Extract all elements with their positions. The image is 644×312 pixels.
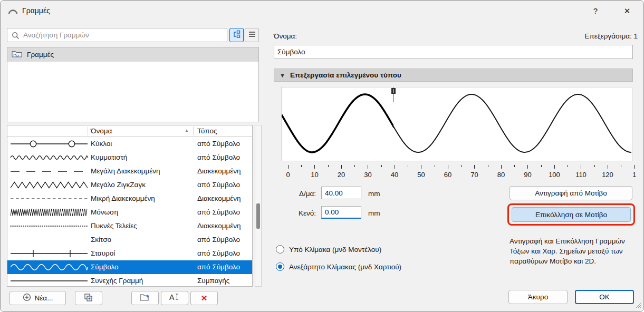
radio-scale-independent[interactable]: Ανεξάρτητο Κλίμακας (μνδ Χαρτιού) (276, 262, 401, 271)
line-name: Σκίτσο (91, 236, 111, 243)
column-header-name[interactable]: Όνομα (91, 127, 112, 135)
table-row[interactable]: Συνεχής ΓραμμήΣυμπαγής (7, 274, 252, 287)
line-name: Σύμβολο (91, 263, 119, 271)
table-row[interactable]: Πυκνές ΤελείεςΔιακεκομμένη (7, 219, 252, 233)
line-style-preview (9, 180, 89, 192)
lines-folder-icon (12, 50, 22, 60)
line-type: από Σύμβολο (197, 263, 240, 271)
delete-x-icon: ✕ (201, 294, 208, 303)
line-style-preview (9, 235, 89, 247)
line-style-preview (9, 193, 89, 206)
table-row[interactable]: Μόνωσηαπό Σύμβολο (7, 206, 252, 219)
line-style-preview (9, 262, 89, 274)
line-type: από Σύμβολο (197, 249, 240, 257)
line-preview-canvas[interactable] (281, 87, 632, 161)
table-row[interactable]: Κυμματιστήαπό Σύμβολο (7, 151, 252, 164)
paste-to-pattern-button[interactable]: Επικόλληση σε Μοτίβο (512, 207, 631, 222)
new-line-label: Νέα... (35, 294, 53, 302)
segment-handle[interactable] (389, 87, 398, 105)
duplicate-icon (84, 293, 93, 304)
dash-length-input[interactable] (321, 187, 361, 199)
search-icon (12, 32, 20, 41)
new-line-button[interactable]: Νέα... (9, 291, 66, 305)
delete-button[interactable]: ✕ (190, 291, 218, 305)
radio-circle-icon (276, 245, 284, 253)
search-box (7, 28, 227, 42)
dash-length-label: Δ/μα: (283, 190, 316, 198)
line-name: Μεγάλη Διακεκομμένη (91, 167, 160, 175)
line-name: Κυμματιστή (91, 153, 127, 161)
line-style-preview (9, 152, 89, 164)
name-input[interactable] (274, 45, 633, 59)
line-type: από Σύμβολο (197, 181, 240, 189)
line-type: Συμπαγής (197, 277, 229, 285)
line-name: Μικρή Διακεκομμένη (91, 194, 155, 202)
ok-button[interactable]: OK (575, 290, 634, 304)
resize-grip[interactable] (636, 302, 642, 310)
line-type: από Σύμβολο (197, 140, 240, 148)
table-row[interactable]: Σταυροίαπό Σύμβολο (7, 247, 252, 260)
folder-plus-icon (140, 293, 150, 303)
radio-circle-icon (276, 262, 284, 271)
line-type: από Σύμβολο (197, 236, 240, 243)
line-style-preview (9, 221, 89, 233)
line-type: από Σύμβολο (197, 208, 240, 216)
table-row[interactable]: Σκίτσοαπό Σύμβολο (7, 233, 252, 247)
symbol-wave-drawing (282, 87, 632, 161)
cancel-button[interactable]: Άκυρο (508, 290, 568, 304)
name-label: Όνομα: (274, 32, 297, 40)
line-type: από Σύμβολο (197, 153, 240, 161)
lines-dialog: Γραμμές ? ✕ Γραμμές Όνομα ▲ Τύπος (0, 0, 644, 312)
duplicate-button[interactable] (75, 291, 102, 305)
scrollbar-thumb[interactable] (256, 203, 260, 229)
line-name: Πυκνές Τελείες (91, 222, 137, 230)
collapse-caret-icon: ▼ (280, 72, 285, 79)
list-view-icon (248, 30, 256, 40)
table-row[interactable]: Μικρή ΔιακεκομμένηΔιακεκομμένη (7, 192, 252, 206)
line-style-preview (9, 166, 89, 178)
line-style-preview (9, 248, 89, 260)
folder-tree: Γραμμές (7, 47, 259, 122)
table-row[interactable]: Σύμβολοαπό Σύμβολο (7, 260, 252, 274)
copy-from-pattern-button[interactable]: Αντιγραφή από Μοτίβο (510, 186, 632, 200)
gap-input[interactable] (321, 206, 361, 219)
new-folder-button[interactable] (131, 291, 159, 305)
search-input[interactable] (7, 28, 227, 42)
section-title: Επεξεργασία επιλεγμένου τύπου (290, 71, 401, 79)
gap-unit: mm (368, 209, 380, 217)
line-name: Συνεχής Γραμμή (91, 277, 143, 285)
rename-button[interactable]: A (161, 291, 188, 305)
line-type: Διακεκομμένη (197, 167, 241, 175)
line-style-preview (9, 276, 89, 287)
sort-ascending-icon: ▲ (185, 128, 189, 133)
help-button[interactable]: ? (585, 4, 606, 18)
table-row[interactable]: Μεγάλο ΖιγκΖαγκαπό Σύμβολο (7, 178, 252, 192)
column-divider (88, 126, 88, 135)
close-button[interactable]: ✕ (617, 4, 638, 18)
add-circle-icon (23, 293, 31, 303)
column-header-type[interactable]: Τύπος (197, 127, 217, 135)
tree-item-label: Γραμμές (27, 51, 54, 58)
svg-text:A: A (169, 293, 175, 301)
table-scrollbar[interactable] (255, 125, 262, 287)
tree-view-toggle[interactable] (229, 28, 244, 42)
editable-count: Επεξεργάσιμα: 1 (506, 32, 638, 40)
line-name: Μεγάλο ΖιγκΖαγκ (91, 181, 146, 189)
line-style-preview (9, 139, 89, 151)
line-name: Μόνωση (91, 208, 118, 216)
line-type: Διακεκομμένη (197, 222, 241, 230)
table-row[interactable]: Μεγάλη ΔιακεκομμένηΔιακεκομμένη (7, 164, 252, 178)
table-row[interactable]: Κύκλοιαπό Σύμβολο (7, 137, 252, 151)
section-edit-selected-type[interactable]: ▼ Επεξεργασία επιλεγμένου τύπου (274, 69, 633, 82)
table-header: Όνομα ▲ Τύπος (7, 125, 252, 137)
gap-label: Κενό: (283, 209, 316, 217)
line-style-preview (9, 207, 89, 219)
tree-view-icon (233, 30, 241, 40)
tree-item-lines[interactable]: Γραμμές (7, 47, 258, 62)
ruler: 01020304050607080901001101201 (281, 165, 638, 181)
line-type: Διακεκομμένη (197, 194, 241, 202)
radio-scaled-label: Υπό Κλίμακα (μνδ Μοντέλου) (289, 246, 381, 253)
dash-length-unit: mm (368, 190, 380, 198)
radio-scaled[interactable]: Υπό Κλίμακα (μνδ Μοντέλου) (276, 245, 381, 253)
list-view-toggle[interactable] (245, 28, 259, 42)
